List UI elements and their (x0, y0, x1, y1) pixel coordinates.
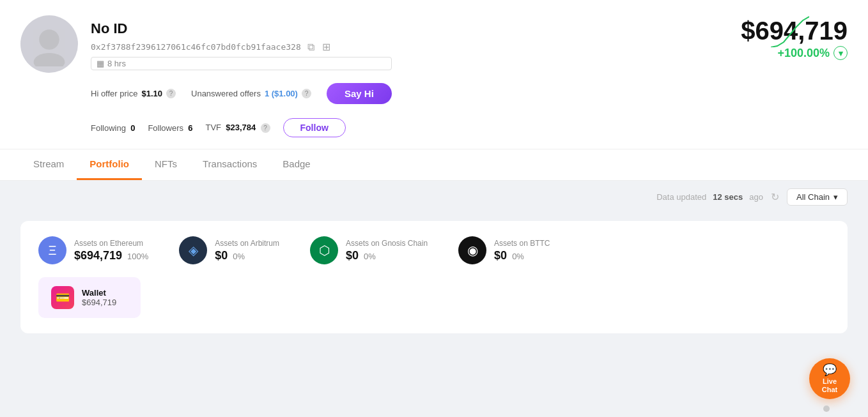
chain-label-gnosis: Assets on Gnosis Chain (346, 239, 428, 248)
wallet-icon: 💳 (51, 286, 74, 309)
tvf-value: $23,784 (226, 123, 256, 132)
chat-bubble-icon: 💬 (823, 363, 837, 377)
follow-button[interactable]: Follow (283, 118, 346, 137)
chain-label-arb: Assets on Arbitrum (215, 239, 279, 248)
following-label: Following (91, 123, 126, 133)
bottom-dot-indicator (823, 406, 830, 412)
tab-stream[interactable]: Stream (20, 149, 77, 180)
chain-select-chevron-icon: ▾ (833, 192, 838, 202)
chain-logo-arb: ◈ (179, 236, 207, 264)
follow-row: Following 0 Followers 6 TVF $23,784 ? Fo… (91, 114, 392, 149)
tvf-stat: TVF $23,784 ? (205, 123, 270, 133)
refresh-button[interactable]: ↻ (770, 191, 780, 203)
svg-point-0 (39, 29, 59, 50)
unanswered-value: 1 ($1.00) (265, 89, 298, 98)
chain-value-gnosis: $0 (346, 249, 359, 262)
followers-count: 6 (188, 123, 192, 133)
chain-info-bttc: Assets on BTTC $0 0% (494, 239, 550, 262)
wallet-info: Wallet $694,719 (82, 288, 116, 307)
stats-row: Hi offer price $1.10 ? Unanswered offers… (91, 74, 392, 110)
data-updated-ago: ago (749, 192, 763, 202)
chain-info-eth: Assets on Ethereum $694,719 100% (74, 239, 148, 262)
chain-info-arb: Assets on Arbitrum $0 0% (215, 239, 279, 262)
followers-label: Followers (148, 123, 183, 133)
hi-offer-help-icon[interactable]: ? (166, 89, 176, 98)
wallet-card[interactable]: 💳 Wallet $694,719 (38, 277, 141, 318)
chain-pct-gnosis: 0% (364, 252, 376, 261)
hours-value: 8 hrs (107, 59, 126, 68)
data-updated-label: Data updated (656, 192, 706, 202)
chain-select-label: All Chain (796, 192, 830, 202)
hi-offer-value: $1.10 (141, 89, 162, 98)
chain-assets-row: Ξ Assets on Ethereum $694,719 100% ◈ Ass… (38, 236, 830, 264)
chain-pct-bttc: 0% (512, 252, 524, 261)
profile-address-row: 0x2f3788f2396127061c46fc07bd0fcb91faace3… (91, 41, 392, 53)
profile-name: No ID (91, 20, 392, 37)
chain-value-row-arb: $0 0% (215, 249, 279, 262)
hi-offer: Hi offer price $1.10 ? (91, 89, 176, 98)
chain-asset-arb: ◈ Assets on Arbitrum $0 0% (179, 236, 279, 264)
live-chat-line2: Chat (822, 386, 837, 394)
chain-value-row-bttc: $0 0% (494, 249, 550, 262)
tab-transactions[interactable]: Transactions (190, 149, 270, 180)
say-hi-button[interactable]: Say Hi (327, 83, 392, 104)
page-wrapper: No ID 0x2f3788f2396127061c46fc07bd0fcb91… (0, 0, 868, 417)
chain-info-gnosis: Assets on Gnosis Chain $0 0% (346, 239, 428, 262)
assets-card: Ξ Assets on Ethereum $694,719 100% ◈ Ass… (20, 221, 848, 333)
mini-chart (771, 15, 809, 47)
portfolio-change: +100.00% ▾ (694, 46, 848, 60)
live-chat-button[interactable]: 💬 Live Chat (809, 358, 850, 399)
copy-icon: ⧉ (307, 42, 314, 52)
chain-logo-eth: Ξ (38, 236, 66, 264)
followers-stat: Followers 6 (148, 123, 192, 133)
chain-asset-eth: Ξ Assets on Ethereum $694,719 100% (38, 236, 148, 264)
chain-asset-bttc: ◉ Assets on BTTC $0 0% (458, 236, 550, 264)
chain-logo-gnosis: ⬡ (310, 236, 338, 264)
tabs-bar: StreamPortfolioNFTsTransactionsBadge (0, 149, 868, 181)
wallet-section: 💳 Wallet $694,719 (38, 277, 830, 318)
wallet-value: $694,719 (82, 298, 116, 307)
profile-info: No ID 0x2f3788f2396127061c46fc07bd0fcb91… (91, 15, 392, 149)
chain-label-eth: Assets on Ethereum (74, 239, 148, 248)
tvf-label: TVF (205, 123, 221, 132)
portfolio-value-box: $694,719 +100.00% ▾ (694, 15, 848, 60)
copy-address-button[interactable]: ⧉ (306, 42, 316, 53)
data-updated-bar: Data updated 12 secs ago ↻ All Chain ▾ (0, 181, 868, 211)
chain-value-row-gnosis: $0 0% (346, 249, 428, 262)
calendar-icon: ▦ (97, 59, 104, 68)
portfolio-change-chevron-icon[interactable]: ▾ (833, 46, 848, 60)
data-updated-secs: 12 secs (713, 192, 743, 202)
tvf-help-icon[interactable]: ? (261, 123, 270, 133)
chain-pct-eth: 100% (127, 252, 148, 261)
profile-address: 0x2f3788f2396127061c46fc07bd0fcb91faace3… (91, 42, 301, 52)
chain-label-bttc: Assets on BTTC (494, 239, 550, 248)
chain-pct-arb: 0% (233, 252, 245, 261)
qr-button[interactable]: ⊞ (321, 41, 332, 53)
avatar (20, 15, 78, 73)
unanswered-help-icon[interactable]: ? (302, 89, 311, 98)
following-stat: Following 0 (91, 123, 135, 133)
tab-badge[interactable]: Badge (270, 149, 323, 180)
chain-value-row-eth: $694,719 100% (74, 249, 148, 262)
chain-value-eth: $694,719 (74, 249, 122, 262)
profile-hours: ▦ 8 hrs (91, 57, 392, 70)
chain-asset-gnosis: ⬡ Assets on Gnosis Chain $0 0% (310, 236, 428, 264)
profile-section: No ID 0x2f3788f2396127061c46fc07bd0fcb91… (0, 0, 868, 149)
main-content: Ξ Assets on Ethereum $694,719 100% ◈ Ass… (0, 211, 868, 344)
hi-offer-label: Hi offer price (91, 89, 137, 98)
following-count: 0 (130, 123, 135, 133)
chain-value-bttc: $0 (494, 249, 507, 262)
tab-portfolio[interactable]: Portfolio (77, 149, 142, 180)
unanswered-label: Unanswered offers (191, 89, 261, 98)
qr-icon: ⊞ (322, 42, 330, 52)
tab-nfts[interactable]: NFTs (142, 149, 190, 180)
wallet-label: Wallet (82, 288, 116, 298)
portfolio-change-value: +100.00% (777, 47, 830, 60)
unanswered-offers: Unanswered offers 1 ($1.00) ? (191, 89, 311, 98)
profile-left: No ID 0x2f3788f2396127061c46fc07bd0fcb91… (20, 15, 392, 149)
chain-logo-bttc: ◉ (458, 236, 486, 264)
chain-select-button[interactable]: All Chain ▾ (787, 188, 848, 206)
live-chat-line1: Live (823, 377, 837, 386)
chain-value-arb: $0 (215, 249, 228, 262)
svg-point-1 (34, 53, 65, 66)
